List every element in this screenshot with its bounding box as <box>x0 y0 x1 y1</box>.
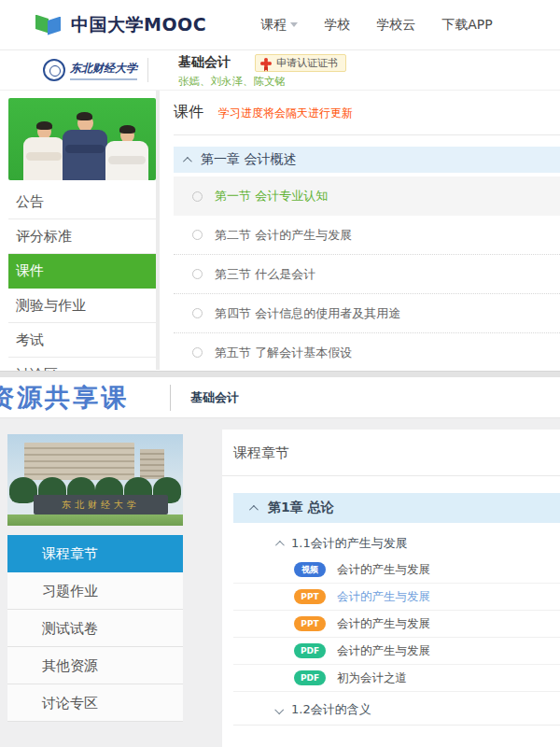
status-circle-icon <box>192 191 203 202</box>
campus-sign: 东北财经大学 <box>34 495 168 514</box>
building <box>24 443 134 480</box>
ppt-badge: PPT <box>294 589 326 604</box>
share-course-page: 资源共享课 基础会计 东北财经大学 课程章节 习题作业 测试试卷 其他资源 讨论… <box>0 377 560 747</box>
pdf-badge: PDF <box>294 643 326 658</box>
share-header: 资源共享课 基础会计 <box>0 377 560 418</box>
nav-item-schools[interactable]: 学校 <box>324 17 350 34</box>
divider <box>170 385 171 411</box>
section-row-1[interactable]: 第一节 会计专业认知 <box>174 176 560 216</box>
instructor-figure <box>105 128 148 180</box>
apply-certificate-button[interactable]: 申请认证证书 <box>255 54 346 72</box>
university-caption <box>70 78 137 80</box>
courseware-panel: 课件 学习进度将会隔天进行更新 第一章 会计概述 第一节 会计专业认知 第二节 … <box>174 91 560 371</box>
mooc-logo[interactable]: 中国大学MOOC <box>35 13 206 37</box>
status-circle-icon <box>192 269 203 279</box>
chevron-up-icon <box>183 156 192 165</box>
chevron-down-icon <box>274 705 284 714</box>
instructor-figure <box>63 115 107 180</box>
resource-row-ppt-1[interactable]: PPT 会计的产生与发展 <box>233 584 560 611</box>
logo-flag-green <box>35 15 49 34</box>
chapters-panel: 课程章节 第1章 总论 1.1会计的产生与发展 视频 会计的产生与发展 PPT … <box>222 430 560 747</box>
mooc-logo-icon <box>35 13 63 37</box>
divider <box>147 58 148 82</box>
course-info-bar: 东北财经大学 基础会计 申请认证证书 张嫣、刘永泽、陈文铭 <box>0 50 560 91</box>
logo-flag-blue <box>48 17 61 35</box>
course-title: 基础会计 <box>190 389 239 406</box>
section-row-3[interactable]: 第三节 什么是会计 <box>174 255 560 294</box>
mooc-page: 中国大学MOOC 课程 学校 学校云 下载APP 东北财经大学 基础会计 申请认… <box>0 0 560 371</box>
chevron-up-icon <box>275 540 285 549</box>
unit-row-1-1[interactable]: 1.1会计的产生与发展 <box>233 530 560 557</box>
section-row-2[interactable]: 第二节 会计的产生与发展 <box>174 216 560 255</box>
panel-title: 课程章节 <box>222 444 560 462</box>
resource-row-pdf-1[interactable]: PDF 会计的产生与发展 <box>233 638 560 665</box>
section-row-4[interactable]: 第四节 会计信息的使用者及其用途 <box>174 294 560 333</box>
nav-item-courses[interactable]: 课程 <box>260 17 298 34</box>
main-nav: 课程 学校 学校云 下载APP <box>234 17 492 34</box>
status-circle-icon <box>192 308 203 318</box>
sidebar-item-announcements[interactable]: 公告 <box>8 185 156 219</box>
page-title: 课件 <box>174 103 203 122</box>
chevron-down-icon <box>290 22 298 27</box>
status-circle-icon <box>192 347 203 358</box>
video-badge: 视频 <box>294 562 326 577</box>
chapter-header-1[interactable]: 第一章 会计概述 <box>174 147 560 173</box>
pdf-badge: PDF <box>294 670 326 685</box>
sidebar-item-chapters[interactable]: 课程章节 <box>7 535 183 572</box>
chapter-header-1[interactable]: 第1章 总论 <box>233 493 560 523</box>
divider <box>156 91 160 370</box>
sidebar-item-other-resources[interactable]: 其他资源 <box>7 647 183 684</box>
university-logo[interactable]: 东北财经大学 <box>43 59 140 81</box>
campus-photo: 东北财经大学 <box>7 434 183 526</box>
campus-sign-text: 东北财经大学 <box>62 499 140 512</box>
sidebar-item-courseware[interactable]: 课件 <box>8 254 156 289</box>
course-title: 基础会计 <box>178 54 231 71</box>
instructor-figure <box>23 124 64 180</box>
ppt-badge: PPT <box>294 616 326 631</box>
building <box>140 449 164 479</box>
sidebar-item-homework[interactable]: 习题作业 <box>7 572 183 610</box>
site-title: 资源共享课 <box>0 381 129 415</box>
sidebar-item-discussion[interactable]: 讨论专区 <box>7 684 183 722</box>
resource-row-pdf-2[interactable]: PDF 初为会计之道 <box>233 665 560 692</box>
nav-item-download-app[interactable]: 下载APP <box>441 17 492 34</box>
lawn <box>7 514 183 526</box>
medal-flower-icon <box>259 57 272 69</box>
resource-row-ppt-2[interactable]: PPT 会计的产生与发展 <box>233 611 560 638</box>
university-name: 东北财经大学 <box>70 61 137 77</box>
chevron-up-icon <box>249 504 259 514</box>
mooc-logo-text: 中国大学MOOC <box>71 13 206 37</box>
nav-item-school-cloud[interactable]: 学校云 <box>376 17 415 34</box>
unit-row-1-2[interactable]: 1.2会计的含义 <box>233 694 560 726</box>
mooc-sidebar: 公告 评分标准 课件 测验与作业 考试 讨论区 <box>8 91 156 371</box>
share-sidebar: 东北财经大学 课程章节 习题作业 测试试卷 其他资源 讨论专区 <box>7 434 183 722</box>
sidebar-item-forum[interactable]: 讨论区 <box>8 358 156 371</box>
sidebar-item-quizzes[interactable]: 测验与作业 <box>8 289 156 323</box>
status-circle-icon <box>192 230 203 240</box>
progress-notice: 学习进度将会隔天进行更新 <box>218 106 353 121</box>
divider <box>174 134 560 135</box>
sidebar-item-exams[interactable]: 考试 <box>8 323 156 358</box>
divider <box>222 475 560 476</box>
sidebar-item-tests[interactable]: 测试试卷 <box>7 610 183 647</box>
section-row-5[interactable]: 第五节 了解会计基本假设 <box>174 333 560 371</box>
mooc-top-nav: 中国大学MOOC 课程 学校 学校云 下载APP <box>0 0 560 50</box>
instructor-links[interactable]: 张嫣、刘永泽、陈文铭 <box>178 75 346 89</box>
resource-row-video[interactable]: 视频 会计的产生与发展 <box>233 557 560 584</box>
instructor-photo <box>8 98 156 180</box>
sidebar-item-grading[interactable]: 评分标准 <box>8 219 156 254</box>
university-seal-icon <box>43 59 65 81</box>
screenshot-seam <box>0 371 560 377</box>
